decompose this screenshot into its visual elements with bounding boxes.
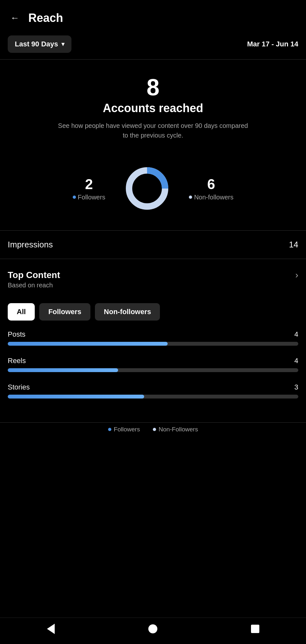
tab-nonfollowers[interactable]: Non-followers	[95, 303, 160, 321]
filter-tabs: All Followers Non-followers	[0, 295, 306, 324]
donut-section: 2 Followers 6 Non-followers	[0, 150, 306, 230]
top-content-titles: Top Content Based on reach	[8, 270, 60, 289]
legend-followers: Followers	[108, 426, 140, 433]
impressions-label: Impressions	[8, 240, 53, 250]
date-range: Mar 17 - Jun 14	[247, 40, 298, 48]
nonfollowers-count: 6	[189, 176, 233, 192]
nav-home-button[interactable]	[148, 624, 157, 634]
bar-reels-header: Reels 4	[8, 357, 298, 365]
top-content-section: Top Content Based on reach ›	[0, 259, 306, 295]
donut-svg	[121, 163, 173, 214]
bar-reels-value: 4	[294, 357, 298, 365]
tab-followers[interactable]: Followers	[39, 303, 90, 321]
nav-back-button[interactable]	[47, 624, 55, 635]
legend-nonfollowers-label: Non-Followers	[159, 426, 198, 433]
home-nav-icon	[148, 624, 157, 633]
bar-reels: Reels 4	[8, 357, 298, 372]
content-bars: Posts 4 Reels 4 Stories 3	[0, 324, 306, 419]
bar-posts: Posts 4	[8, 330, 298, 346]
legend-nonfollowers-dot	[153, 428, 156, 431]
navigation-bar	[0, 618, 306, 644]
tab-all[interactable]: All	[8, 303, 35, 321]
bar-reels-track	[8, 368, 298, 372]
followers-label: Followers	[73, 194, 106, 201]
bar-posts-header: Posts 4	[8, 330, 298, 339]
nav-recent-button[interactable]	[251, 625, 259, 634]
accounts-label: Accounts reached	[8, 101, 298, 115]
followers-dot	[73, 196, 76, 199]
top-content-subtitle: Based on reach	[8, 282, 60, 289]
bar-stories-fill	[8, 395, 144, 399]
nonfollowers-label: Non-followers	[189, 194, 233, 201]
back-button[interactable]: ←	[8, 10, 22, 26]
bar-stories-value: 3	[294, 383, 298, 391]
followers-stat: 2 Followers	[73, 176, 106, 201]
top-content-header: Top Content Based on reach ›	[8, 270, 298, 289]
filter-row: Last 90 Days ▾ Mar 17 - Jun 14	[0, 32, 306, 59]
bar-posts-label: Posts	[8, 330, 25, 339]
back-nav-icon	[47, 624, 55, 634]
bar-reels-fill	[8, 368, 118, 372]
legend-nonfollowers: Non-Followers	[153, 426, 198, 433]
impressions-value: 14	[289, 240, 298, 250]
impressions-row: Impressions 14	[0, 230, 306, 259]
followers-count: 2	[73, 176, 106, 192]
bar-posts-fill	[8, 342, 168, 346]
bar-stories-header: Stories 3	[8, 383, 298, 391]
period-selector[interactable]: Last 90 Days ▾	[8, 35, 71, 53]
legend-followers-label: Followers	[114, 426, 140, 433]
nonfollowers-stat: 6 Non-followers	[189, 176, 233, 201]
header: ← Reach	[0, 0, 306, 32]
chart-legend: Followers Non-Followers	[0, 422, 306, 439]
bar-posts-track	[8, 342, 298, 346]
top-content-chevron-right-icon[interactable]: ›	[295, 270, 298, 280]
accounts-description: See how people have viewed your content …	[57, 121, 250, 140]
period-label: Last 90 Days	[15, 40, 58, 48]
page-title: Reach	[28, 11, 63, 25]
chevron-down-icon: ▾	[61, 41, 64, 48]
top-content-title: Top Content	[8, 270, 60, 280]
bar-stories: Stories 3	[8, 383, 298, 399]
bar-stories-track	[8, 395, 298, 399]
bar-posts-value: 4	[294, 330, 298, 339]
nonfollowers-dot	[189, 196, 192, 199]
recent-nav-icon	[251, 625, 259, 633]
donut-chart	[121, 163, 173, 214]
accounts-section: 8 Accounts reached See how people have v…	[0, 60, 306, 150]
bar-reels-label: Reels	[8, 357, 26, 365]
legend-followers-dot	[108, 428, 111, 431]
bar-stories-label: Stories	[8, 383, 30, 391]
accounts-count: 8	[8, 76, 298, 99]
